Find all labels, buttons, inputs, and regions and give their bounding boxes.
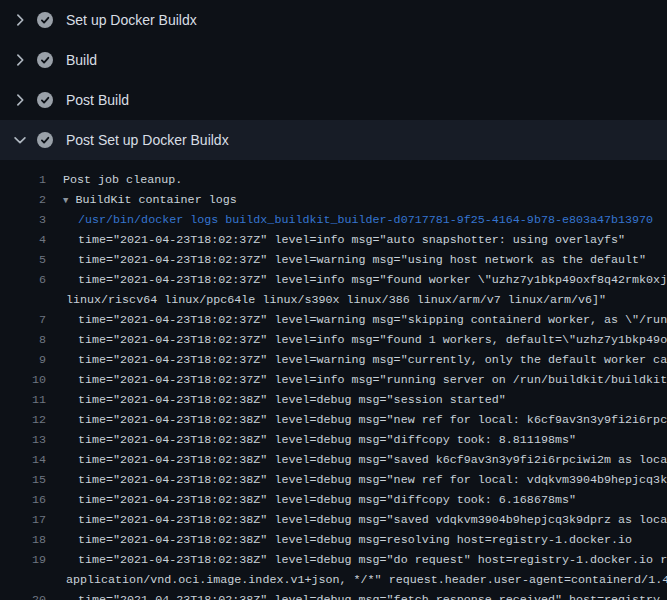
log-line-text: time="2021-04-23T18:02:38Z" level=debug …	[78, 490, 576, 510]
log-line: 10 time="2021-04-23T18:02:37Z" level=inf…	[0, 370, 667, 390]
step-title: Build	[66, 52, 97, 68]
log-line-number[interactable]: 12	[0, 410, 46, 430]
log-line: 5 time="2021-04-23T18:02:37Z" level=warn…	[0, 250, 667, 270]
chevron-right-icon	[12, 12, 28, 28]
log-line: 13 time="2021-04-23T18:02:38Z" level=deb…	[0, 430, 667, 450]
log-line: 15 time="2021-04-23T18:02:38Z" level=deb…	[0, 470, 667, 490]
step-title: Set up Docker Buildx	[66, 12, 197, 28]
log-line-text: time="2021-04-23T18:02:38Z" level=debug …	[78, 590, 667, 600]
log-line-number[interactable]	[0, 570, 46, 590]
log-line-text: /usr/bin/docker logs buildx_buildkit_bui…	[78, 210, 653, 230]
step-title: Post Set up Docker Buildx	[66, 132, 229, 148]
step-header[interactable]: Post Build	[0, 80, 667, 120]
chevron-right-icon	[12, 92, 28, 108]
log-line-number[interactable]: 9	[0, 350, 46, 370]
log-line: linux/riscv64 linux/ppc64le linux/s390x …	[0, 290, 667, 310]
log-line: 18 time="2021-04-23T18:02:38Z" level=deb…	[0, 530, 667, 550]
log-line: 12 time="2021-04-23T18:02:38Z" level=deb…	[0, 410, 667, 430]
log-line-number[interactable]	[0, 290, 46, 310]
steps-list: Set up Docker Buildx Build Post Buil	[0, 0, 667, 600]
log-line-text: application/vnd.oci.image.index.v1+json,…	[66, 570, 667, 590]
log-line-number[interactable]: 17	[0, 510, 46, 530]
log-line-text: ▼BuildKit container logs	[63, 190, 237, 210]
log-line: 17 time="2021-04-23T18:02:38Z" level=deb…	[0, 510, 667, 530]
log-line-number[interactable]: 18	[0, 530, 46, 550]
log-line-text: time="2021-04-23T18:02:37Z" level=warnin…	[78, 250, 646, 270]
log-line: 4 time="2021-04-23T18:02:37Z" level=info…	[0, 230, 667, 250]
step-header[interactable]: Set up Docker Buildx	[0, 0, 667, 40]
log-line-text: time="2021-04-23T18:02:38Z" level=debug …	[78, 470, 667, 490]
log-line-number[interactable]: 10	[0, 370, 46, 390]
log-line-text: time="2021-04-23T18:02:37Z" level=info m…	[78, 330, 667, 350]
workflow-log-viewer: Set up Docker Buildx Build Post Buil	[0, 0, 667, 600]
log-line-number[interactable]: 3	[0, 210, 46, 230]
log-line-number[interactable]: 16	[0, 490, 46, 510]
log-line: 7 time="2021-04-23T18:02:37Z" level=warn…	[0, 310, 667, 330]
step-header[interactable]: Post Set up Docker Buildx	[0, 120, 667, 160]
step-header[interactable]: Build	[0, 40, 667, 80]
check-circle-icon	[37, 52, 53, 68]
log-line-number[interactable]: 20	[0, 590, 46, 600]
log-line-text: time="2021-04-23T18:02:38Z" level=debug …	[78, 510, 667, 530]
log-line-text: time="2021-04-23T18:02:38Z" level=debug …	[78, 410, 667, 430]
check-circle-icon	[37, 92, 53, 108]
log-line-number[interactable]: 19	[0, 550, 46, 570]
log-line: 11 time="2021-04-23T18:02:38Z" level=deb…	[0, 390, 667, 410]
log-line-text: linux/riscv64 linux/ppc64le linux/s390x …	[66, 290, 606, 310]
log-line-text: time="2021-04-23T18:02:37Z" level=info m…	[78, 230, 625, 250]
log-line-text: time="2021-04-23T18:02:37Z" level=info m…	[78, 270, 667, 290]
log-line-number[interactable]: 7	[0, 310, 46, 330]
check-circle-icon	[37, 12, 53, 28]
log-line: application/vnd.oci.image.index.v1+json,…	[0, 570, 667, 590]
log-line-number[interactable]: 8	[0, 330, 46, 350]
log-line-text: time="2021-04-23T18:02:38Z" level=debug …	[78, 450, 667, 470]
step-title: Post Build	[66, 92, 129, 108]
log-line-number[interactable]: 13	[0, 430, 46, 450]
log-content: 1 Post job cleanup. 2 ▼BuildKit containe…	[0, 160, 667, 600]
log-line-number[interactable]: 6	[0, 270, 46, 290]
log-line: 3 /usr/bin/docker logs buildx_buildkit_b…	[0, 210, 667, 230]
log-line: 6 time="2021-04-23T18:02:37Z" level=info…	[0, 270, 667, 290]
log-line-text: time="2021-04-23T18:02:38Z" level=debug …	[78, 530, 632, 550]
log-group-label: BuildKit container logs	[75, 193, 236, 207]
log-line: 1 Post job cleanup.	[0, 170, 667, 190]
collapse-triangle-icon: ▼	[63, 196, 68, 206]
log-line: 20 time="2021-04-23T18:02:38Z" level=deb…	[0, 590, 667, 600]
log-line-text: time="2021-04-23T18:02:37Z" level=info m…	[78, 370, 667, 390]
log-line-text: time="2021-04-23T18:02:38Z" level=debug …	[78, 550, 667, 570]
chevron-down-icon	[12, 132, 28, 148]
log-line-number[interactable]: 2	[0, 190, 46, 210]
log-line-text: time="2021-04-23T18:02:38Z" level=debug …	[78, 430, 576, 450]
chevron-right-icon	[12, 52, 28, 68]
log-line: 8 time="2021-04-23T18:02:37Z" level=info…	[0, 330, 667, 350]
log-line-number[interactable]: 15	[0, 470, 46, 490]
log-line-text: Post job cleanup.	[63, 170, 182, 190]
log-line: 14 time="2021-04-23T18:02:38Z" level=deb…	[0, 450, 667, 470]
check-circle-icon	[37, 132, 53, 148]
log-line-number[interactable]: 1	[0, 170, 46, 190]
log-line-number[interactable]: 14	[0, 450, 46, 470]
log-line-number[interactable]: 5	[0, 250, 46, 270]
log-line-text: time="2021-04-23T18:02:37Z" level=warnin…	[78, 350, 667, 370]
log-line-text: time="2021-04-23T18:02:37Z" level=warnin…	[78, 310, 667, 330]
log-line-number[interactable]: 11	[0, 390, 46, 410]
log-line: 16 time="2021-04-23T18:02:38Z" level=deb…	[0, 490, 667, 510]
log-line: 19 time="2021-04-23T18:02:38Z" level=deb…	[0, 550, 667, 570]
log-line-number[interactable]: 4	[0, 230, 46, 250]
log-group-toggle[interactable]: 2 ▼BuildKit container logs	[0, 190, 667, 210]
log-line: 9 time="2021-04-23T18:02:37Z" level=warn…	[0, 350, 667, 370]
log-line-text: time="2021-04-23T18:02:38Z" level=debug …	[78, 390, 506, 410]
